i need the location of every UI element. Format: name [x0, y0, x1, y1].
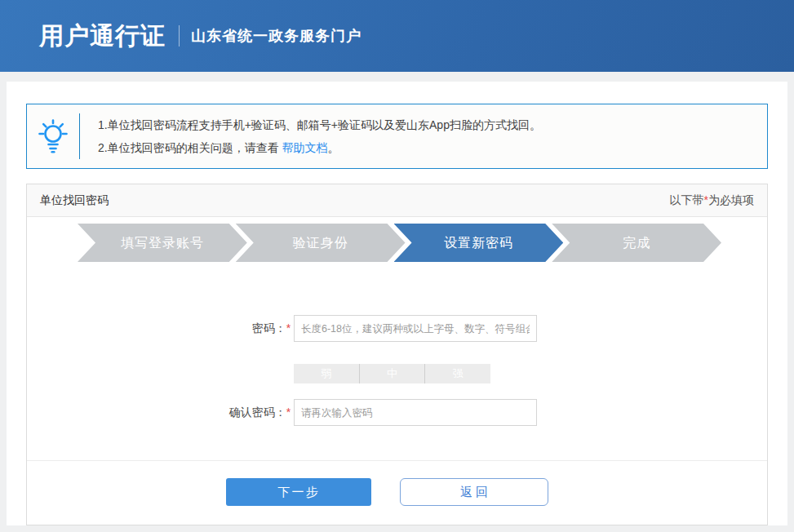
page: 用户通行证 山东省统一政务服务门户 1.	[0, 0, 794, 532]
app-header: 用户通行证 山东省统一政务服务门户	[0, 0, 794, 72]
password-strength-meter: 弱 中 强	[294, 364, 490, 383]
help-doc-link[interactable]: 帮助文档	[282, 141, 328, 154]
tip-line-2-prefix: 2.单位找回密码的相关问题，请查看	[98, 141, 282, 154]
confirm-password-row: 确认密码：*	[27, 399, 767, 426]
required-note-prefix: 以下带	[670, 193, 704, 206]
confirm-password-label: 确认密码：*	[27, 406, 294, 420]
next-step-button[interactable]: 下一步	[226, 478, 371, 506]
password-required-star: *	[286, 321, 291, 335]
password-label: 密码：*	[27, 321, 294, 336]
portal-subtitle: 山东省统一政务服务门户	[191, 26, 362, 46]
confirm-required-star: *	[286, 406, 291, 419]
strength-strong: 强	[424, 364, 490, 383]
password-recovery-panel: 单位找回密码 以下带*为必填项 填写登录账号 验证身份 设置新密码 完成 密码：…	[26, 184, 768, 525]
tip-box: 1.单位找回密码流程支持手机+验证码、邮箱号+验证码以及爱山东App扫脸的方式找…	[26, 104, 768, 169]
app-title: 用户通行证	[39, 20, 166, 53]
tip-text: 1.单位找回密码流程支持手机+验证码、邮箱号+验证码以及爱山东App扫脸的方式找…	[80, 113, 541, 159]
panel-title: 单位找回密码	[40, 184, 109, 216]
required-note-suffix: 为必填项	[708, 193, 754, 206]
back-button[interactable]: 返 回	[400, 478, 548, 506]
step-fill-account: 填写登录账号	[78, 224, 247, 262]
panel-footer: 下一步 返 回	[27, 460, 767, 506]
confirm-password-input[interactable]	[294, 399, 537, 426]
strength-weak: 弱	[294, 364, 359, 383]
tip-line-2: 2.单位找回密码的相关问题，请查看 帮助文档。	[98, 136, 541, 159]
panel-header: 单位找回密码 以下带*为必填项	[27, 184, 767, 217]
step-set-new-password: 设置新密码	[394, 224, 564, 262]
step-indicator: 填写登录账号 验证身份 设置新密码 完成	[78, 224, 721, 262]
strength-medium: 中	[359, 364, 425, 383]
step-complete: 完成	[552, 224, 721, 262]
content-card: 1.单位找回密码流程支持手机+验证码、邮箱号+验证码以及爱山东App扫脸的方式找…	[7, 82, 787, 525]
tip-line-2-suffix: 。	[328, 141, 339, 154]
password-row: 密码：*	[27, 315, 767, 342]
tip-line-1: 1.单位找回密码流程支持手机+验证码、邮箱号+验证码以及爱山东App扫脸的方式找…	[98, 113, 541, 136]
lightbulb-icon	[27, 117, 79, 155]
title-divider	[179, 25, 180, 47]
confirm-password-label-text: 确认密码：	[229, 406, 286, 419]
password-label-text: 密码：	[252, 321, 286, 335]
step-verify-identity: 验证身份	[236, 224, 406, 262]
required-note: 以下带*为必填项	[670, 184, 754, 216]
password-input[interactable]	[294, 315, 537, 342]
